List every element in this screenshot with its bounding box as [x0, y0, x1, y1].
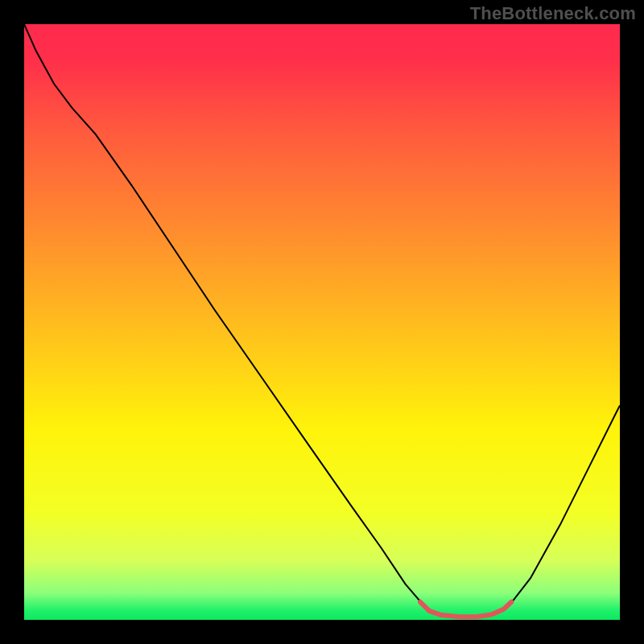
- chart-frame: TheBottleneck.com: [0, 0, 644, 644]
- watermark-text: TheBottleneck.com: [470, 3, 636, 24]
- bottleneck-chart: [24, 24, 620, 620]
- plot-background: [24, 24, 620, 620]
